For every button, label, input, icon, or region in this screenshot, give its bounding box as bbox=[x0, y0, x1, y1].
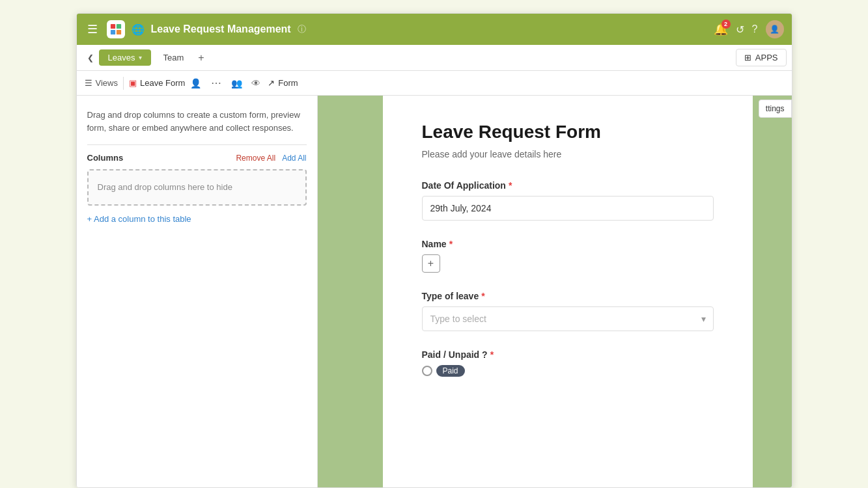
apps-button[interactable]: ⊞ APPS bbox=[736, 49, 787, 66]
field-date-of-application: Date Of Application * bbox=[422, 180, 714, 221]
field-label-name-text: Name bbox=[422, 239, 447, 249]
form-name-label: Leave Form bbox=[140, 78, 185, 88]
settings-button[interactable]: ttings bbox=[759, 100, 792, 118]
field-label-type-text: Type of leave bbox=[422, 291, 479, 301]
settings-label: ttings bbox=[766, 104, 785, 113]
users-settings-icon[interactable]: 👤 bbox=[188, 76, 203, 90]
tabs-bar: ❮ Leaves ▾ Team + ⊞ APPS bbox=[77, 45, 792, 71]
sidebar: Drag and drop columns to create a custom… bbox=[77, 96, 318, 487]
share-form-label: Form bbox=[278, 78, 298, 88]
tabs-chevron-icon[interactable]: ❮ bbox=[82, 51, 99, 65]
hamburger-icon[interactable]: ☰ bbox=[85, 20, 100, 39]
app-title: Leave Request Management bbox=[151, 23, 291, 35]
green-right-panel: ttings bbox=[753, 96, 792, 487]
form-icon: ▣ bbox=[129, 78, 137, 88]
field-label-date: Date Of Application * bbox=[422, 180, 714, 191]
green-left-panel bbox=[318, 96, 383, 487]
svg-rect-3 bbox=[116, 30, 120, 34]
apps-label: APPS bbox=[755, 53, 778, 62]
add-all-link[interactable]: Add All bbox=[282, 154, 306, 163]
content-area: Drag and drop columns to create a custom… bbox=[77, 96, 792, 487]
notifications-button[interactable]: 🔔 2 bbox=[714, 22, 728, 36]
field-label-date-text: Date Of Application bbox=[422, 180, 506, 191]
columns-header: Columns Remove All Add All bbox=[87, 153, 307, 163]
toolbar-divider bbox=[123, 77, 124, 90]
views-label: Views bbox=[96, 78, 118, 88]
toolbar: ☰ Views ▣ Leave Form 👤 ⋯ 👥 👁 ↗ Form bbox=[77, 71, 792, 96]
logo-icon bbox=[107, 20, 125, 38]
svg-rect-2 bbox=[110, 30, 115, 34]
notification-badge: 2 bbox=[721, 20, 731, 29]
form-subtitle: Please add your leave details here bbox=[422, 149, 714, 159]
add-column-link[interactable]: + Add a column to this table bbox=[87, 214, 191, 224]
field-label-name: Name * bbox=[422, 239, 714, 249]
date-of-application-input[interactable] bbox=[422, 196, 714, 221]
team-icon[interactable]: 👥 bbox=[229, 76, 244, 90]
form-view-item[interactable]: ▣ Leave Form 👤 bbox=[129, 76, 203, 90]
field-label-paid-text: Paid / Unpaid ? bbox=[422, 349, 488, 360]
add-tab-button[interactable]: + bbox=[193, 49, 209, 66]
columns-actions: Remove All Add All bbox=[236, 154, 306, 163]
required-star-paid: * bbox=[490, 349, 494, 360]
apps-icon: ⊞ bbox=[744, 53, 751, 62]
field-paid-unpaid: Paid / Unpaid ? * Paid bbox=[422, 349, 714, 377]
field-name: Name * + bbox=[422, 239, 714, 273]
avatar[interactable]: 👤 bbox=[766, 20, 784, 38]
type-of-leave-wrapper: Type to select ▾ bbox=[422, 306, 714, 331]
drop-zone[interactable]: Drag and drop columns here to hide bbox=[87, 169, 307, 206]
add-row-button[interactable]: + bbox=[422, 254, 440, 273]
radio-circle-paid bbox=[422, 366, 432, 376]
required-star-date: * bbox=[509, 180, 512, 191]
tab-team[interactable]: Team bbox=[154, 49, 193, 66]
info-icon[interactable]: ⓘ bbox=[298, 23, 306, 35]
more-options-icon[interactable]: ⋯ bbox=[208, 75, 224, 90]
radio-option-paid[interactable]: Paid bbox=[422, 365, 465, 377]
menu-icon: ☰ bbox=[85, 78, 92, 88]
globe-icon: 🌐 bbox=[132, 23, 145, 36]
topbar: ☰ 🌐 Leave Request Management ⓘ 🔔 2 bbox=[77, 14, 792, 45]
required-star-name: * bbox=[449, 239, 453, 249]
paid-badge: Paid bbox=[436, 365, 465, 377]
drop-zone-text: Drag and drop columns here to hide bbox=[98, 182, 232, 192]
field-type-of-leave: Type of leave * Type to select ▾ bbox=[422, 291, 714, 331]
tab-leaves-chevron: ▾ bbox=[139, 54, 142, 61]
tab-leaves[interactable]: Leaves ▾ bbox=[99, 49, 152, 66]
views-button[interactable]: ☰ Views bbox=[85, 78, 118, 88]
field-label-paid: Paid / Unpaid ? * bbox=[422, 349, 714, 360]
history-icon[interactable]: ↺ bbox=[736, 23, 744, 36]
share-form-button[interactable]: ↗ Form bbox=[268, 78, 298, 88]
tab-leaves-label: Leaves bbox=[108, 53, 135, 62]
svg-rect-0 bbox=[110, 24, 115, 29]
share-icon: ↗ bbox=[268, 78, 275, 88]
type-of-leave-select[interactable]: Type to select bbox=[422, 306, 714, 331]
svg-rect-1 bbox=[116, 24, 120, 29]
eye-icon[interactable]: 👁 bbox=[249, 76, 262, 90]
form-title: Leave Request Form bbox=[422, 122, 714, 142]
field-label-type: Type of leave * bbox=[422, 291, 714, 301]
sidebar-description: Drag and drop columns to create a custom… bbox=[87, 109, 307, 134]
help-icon[interactable]: ? bbox=[752, 23, 758, 35]
form-area: Leave Request Form Please add your leave… bbox=[383, 96, 753, 487]
sidebar-divider bbox=[87, 144, 307, 145]
required-star-type: * bbox=[481, 291, 484, 301]
columns-label: Columns bbox=[87, 153, 124, 163]
remove-all-link[interactable]: Remove All bbox=[236, 154, 275, 163]
radio-group-paid: Paid bbox=[422, 365, 714, 377]
